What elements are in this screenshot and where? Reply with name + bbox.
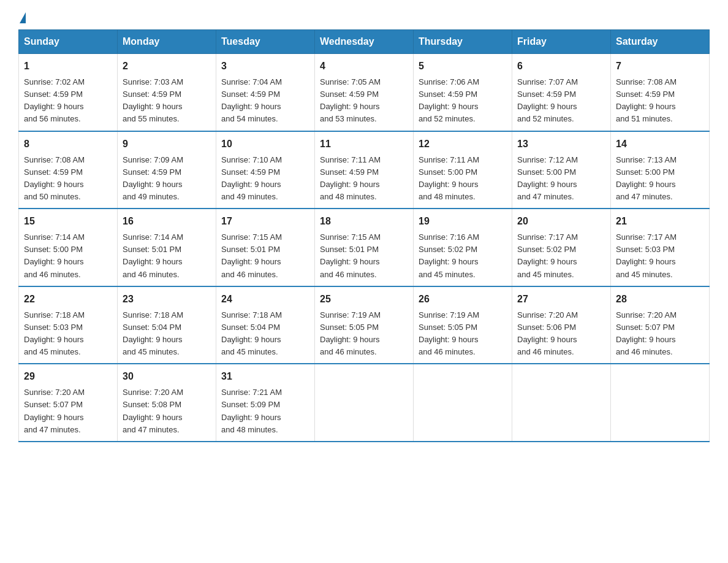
day-sun-info: Sunrise: 7:18 AM Sunset: 5:03 PM Dayligh…	[24, 309, 112, 359]
day-number: 28	[616, 292, 704, 307]
weekday-header-sunday: Sunday	[19, 30, 118, 54]
calendar-cell	[315, 364, 414, 442]
day-number: 11	[320, 137, 408, 151]
page-header	[18, 12, 710, 23]
calendar-cell: 2Sunrise: 7:03 AM Sunset: 4:59 PM Daylig…	[118, 54, 216, 131]
calendar-cell: 27Sunrise: 7:20 AM Sunset: 5:06 PM Dayli…	[512, 286, 611, 364]
day-number: 4	[320, 59, 408, 74]
calendar-cell: 12Sunrise: 7:11 AM Sunset: 5:00 PM Dayli…	[414, 131, 512, 209]
day-sun-info: Sunrise: 7:07 AM Sunset: 4:59 PM Dayligh…	[517, 76, 605, 126]
day-number: 26	[419, 292, 507, 307]
calendar-cell: 18Sunrise: 7:15 AM Sunset: 5:01 PM Dayli…	[315, 209, 414, 286]
calendar-cell: 16Sunrise: 7:14 AM Sunset: 5:01 PM Dayli…	[118, 209, 216, 286]
calendar-cell: 3Sunrise: 7:04 AM Sunset: 4:59 PM Daylig…	[216, 54, 315, 131]
weekday-header-monday: Monday	[118, 30, 216, 54]
day-sun-info: Sunrise: 7:10 AM Sunset: 4:59 PM Dayligh…	[221, 154, 309, 204]
calendar-cell: 15Sunrise: 7:14 AM Sunset: 5:00 PM Dayli…	[19, 209, 118, 286]
day-number: 10	[221, 137, 309, 151]
calendar-cell: 13Sunrise: 7:12 AM Sunset: 5:00 PM Dayli…	[512, 131, 611, 209]
day-number: 18	[320, 214, 408, 229]
calendar-cell: 9Sunrise: 7:09 AM Sunset: 4:59 PM Daylig…	[118, 131, 216, 209]
calendar-cell: 7Sunrise: 7:08 AM Sunset: 4:59 PM Daylig…	[611, 54, 710, 131]
day-sun-info: Sunrise: 7:20 AM Sunset: 5:07 PM Dayligh…	[24, 386, 112, 436]
calendar-cell: 31Sunrise: 7:21 AM Sunset: 5:09 PM Dayli…	[216, 364, 315, 442]
day-sun-info: Sunrise: 7:03 AM Sunset: 4:59 PM Dayligh…	[123, 76, 211, 126]
day-number: 8	[24, 137, 112, 151]
day-number: 7	[616, 59, 704, 74]
logo	[18, 12, 26, 23]
day-sun-info: Sunrise: 7:20 AM Sunset: 5:08 PM Dayligh…	[123, 386, 211, 436]
day-number: 5	[419, 59, 507, 74]
day-number: 29	[24, 369, 112, 384]
day-number: 21	[616, 214, 704, 229]
calendar-cell: 4Sunrise: 7:05 AM Sunset: 4:59 PM Daylig…	[315, 54, 414, 131]
day-number: 9	[123, 137, 211, 151]
calendar-cell: 21Sunrise: 7:17 AM Sunset: 5:03 PM Dayli…	[611, 209, 710, 286]
calendar-cell: 14Sunrise: 7:13 AM Sunset: 5:00 PM Dayli…	[611, 131, 710, 209]
day-sun-info: Sunrise: 7:09 AM Sunset: 4:59 PM Dayligh…	[123, 154, 211, 204]
day-number: 2	[123, 59, 211, 74]
calendar-week-row: 29Sunrise: 7:20 AM Sunset: 5:07 PM Dayli…	[19, 364, 710, 442]
calendar-cell: 29Sunrise: 7:20 AM Sunset: 5:07 PM Dayli…	[19, 364, 118, 442]
day-number: 3	[221, 59, 309, 74]
day-number: 30	[123, 369, 211, 384]
calendar-cell: 10Sunrise: 7:10 AM Sunset: 4:59 PM Dayli…	[216, 131, 315, 209]
day-sun-info: Sunrise: 7:06 AM Sunset: 4:59 PM Dayligh…	[419, 76, 507, 126]
day-sun-info: Sunrise: 7:13 AM Sunset: 5:00 PM Dayligh…	[616, 154, 704, 204]
day-sun-info: Sunrise: 7:11 AM Sunset: 4:59 PM Dayligh…	[320, 154, 408, 204]
calendar-cell: 5Sunrise: 7:06 AM Sunset: 4:59 PM Daylig…	[414, 54, 512, 131]
day-number: 13	[517, 137, 605, 151]
calendar-cell: 20Sunrise: 7:17 AM Sunset: 5:02 PM Dayli…	[512, 209, 611, 286]
day-number: 19	[419, 214, 507, 229]
calendar-cell	[512, 364, 611, 442]
weekday-header-tuesday: Tuesday	[216, 30, 315, 54]
calendar-cell: 24Sunrise: 7:18 AM Sunset: 5:04 PM Dayli…	[216, 286, 315, 364]
weekday-header-thursday: Thursday	[414, 30, 512, 54]
day-sun-info: Sunrise: 7:05 AM Sunset: 4:59 PM Dayligh…	[320, 76, 408, 126]
day-sun-info: Sunrise: 7:20 AM Sunset: 5:06 PM Dayligh…	[517, 309, 605, 359]
day-sun-info: Sunrise: 7:02 AM Sunset: 4:59 PM Dayligh…	[24, 76, 112, 126]
calendar-cell: 28Sunrise: 7:20 AM Sunset: 5:07 PM Dayli…	[611, 286, 710, 364]
day-sun-info: Sunrise: 7:04 AM Sunset: 4:59 PM Dayligh…	[221, 76, 309, 126]
calendar-week-row: 8Sunrise: 7:08 AM Sunset: 4:59 PM Daylig…	[19, 131, 710, 209]
calendar-cell: 17Sunrise: 7:15 AM Sunset: 5:01 PM Dayli…	[216, 209, 315, 286]
calendar-cell	[414, 364, 512, 442]
day-sun-info: Sunrise: 7:15 AM Sunset: 5:01 PM Dayligh…	[320, 231, 408, 281]
day-number: 22	[24, 292, 112, 307]
logo-triangle-icon	[20, 12, 26, 23]
weekday-header-wednesday: Wednesday	[315, 30, 414, 54]
calendar-cell: 19Sunrise: 7:16 AM Sunset: 5:02 PM Dayli…	[414, 209, 512, 286]
day-number: 12	[419, 137, 507, 151]
day-number: 25	[320, 292, 408, 307]
calendar-cell: 30Sunrise: 7:20 AM Sunset: 5:08 PM Dayli…	[118, 364, 216, 442]
calendar-table: SundayMondayTuesdayWednesdayThursdayFrid…	[18, 29, 710, 442]
day-number: 27	[517, 292, 605, 307]
calendar-cell: 23Sunrise: 7:18 AM Sunset: 5:04 PM Dayli…	[118, 286, 216, 364]
day-sun-info: Sunrise: 7:11 AM Sunset: 5:00 PM Dayligh…	[419, 154, 507, 204]
calendar-cell	[611, 364, 710, 442]
calendar-week-row: 22Sunrise: 7:18 AM Sunset: 5:03 PM Dayli…	[19, 286, 710, 364]
calendar-cell: 1Sunrise: 7:02 AM Sunset: 4:59 PM Daylig…	[19, 54, 118, 131]
weekday-header-saturday: Saturday	[611, 30, 710, 54]
day-number: 17	[221, 214, 309, 229]
day-sun-info: Sunrise: 7:08 AM Sunset: 4:59 PM Dayligh…	[616, 76, 704, 126]
day-sun-info: Sunrise: 7:12 AM Sunset: 5:00 PM Dayligh…	[517, 154, 605, 204]
day-sun-info: Sunrise: 7:17 AM Sunset: 5:03 PM Dayligh…	[616, 231, 704, 281]
day-number: 31	[221, 369, 309, 384]
calendar-cell: 25Sunrise: 7:19 AM Sunset: 5:05 PM Dayli…	[315, 286, 414, 364]
day-number: 24	[221, 292, 309, 307]
day-number: 16	[123, 214, 211, 229]
day-number: 6	[517, 59, 605, 74]
weekday-header-friday: Friday	[512, 30, 611, 54]
day-number: 20	[517, 214, 605, 229]
day-sun-info: Sunrise: 7:19 AM Sunset: 5:05 PM Dayligh…	[320, 309, 408, 359]
calendar-cell: 22Sunrise: 7:18 AM Sunset: 5:03 PM Dayli…	[19, 286, 118, 364]
day-sun-info: Sunrise: 7:19 AM Sunset: 5:05 PM Dayligh…	[419, 309, 507, 359]
day-number: 23	[123, 292, 211, 307]
calendar-week-row: 1Sunrise: 7:02 AM Sunset: 4:59 PM Daylig…	[19, 54, 710, 131]
calendar-cell: 6Sunrise: 7:07 AM Sunset: 4:59 PM Daylig…	[512, 54, 611, 131]
calendar-header: SundayMondayTuesdayWednesdayThursdayFrid…	[19, 30, 710, 54]
day-sun-info: Sunrise: 7:14 AM Sunset: 5:01 PM Dayligh…	[123, 231, 211, 281]
day-sun-info: Sunrise: 7:14 AM Sunset: 5:00 PM Dayligh…	[24, 231, 112, 281]
day-sun-info: Sunrise: 7:16 AM Sunset: 5:02 PM Dayligh…	[419, 231, 507, 281]
